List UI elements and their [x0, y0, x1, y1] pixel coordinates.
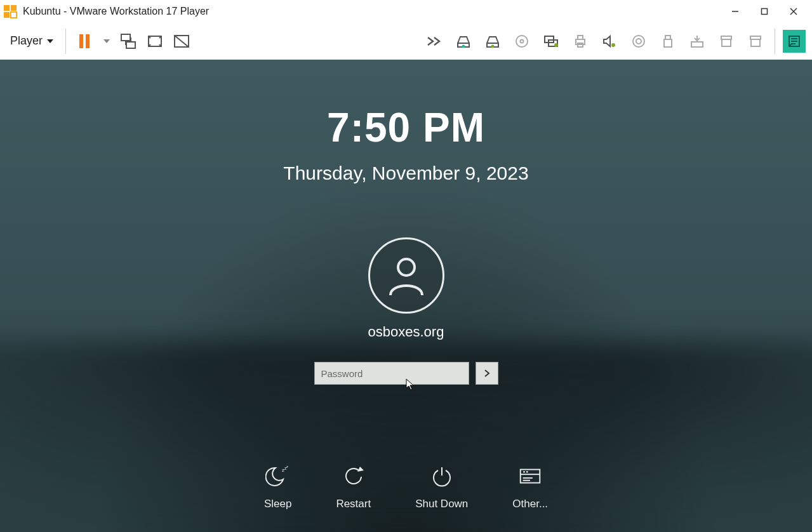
chevron-right-icon — [483, 369, 491, 378]
power-icon — [429, 464, 455, 489]
session-actions: z z z Sleep Restart — [0, 463, 812, 510]
svg-marker-8 — [47, 39, 53, 43]
message-log-button[interactable] — [783, 30, 806, 53]
svg-point-21 — [516, 36, 528, 47]
archive-2-icon[interactable] — [744, 30, 767, 53]
svg-text:z: z — [286, 465, 288, 469]
close-button[interactable] — [779, 1, 808, 22]
login-submit-button[interactable] — [476, 362, 498, 385]
toolbar-separator — [65, 29, 66, 54]
chevron-down-icon — [46, 37, 54, 45]
svg-point-43 — [398, 259, 415, 276]
install-tools-icon[interactable] — [686, 30, 709, 53]
svg-point-25 — [554, 43, 558, 47]
restart-icon — [341, 464, 366, 489]
network-adapter-icon[interactable] — [540, 30, 562, 53]
svg-point-30 — [633, 36, 644, 47]
svg-rect-34 — [691, 42, 703, 47]
player-menu-label: Player — [10, 34, 43, 48]
svg-point-22 — [521, 39, 524, 43]
other-label: Other... — [512, 498, 548, 510]
user-block: osboxes.org — [0, 237, 812, 385]
restart-label: Restart — [336, 498, 371, 510]
guest-display[interactable]: 7:50 PM Thursday, November 9, 2023 osbox… — [0, 60, 812, 532]
svg-rect-2 — [4, 12, 10, 18]
svg-rect-9 — [79, 34, 83, 48]
vmware-app-icon — [1, 3, 19, 20]
player-menu[interactable]: Player — [6, 32, 58, 50]
window-title: Kubuntu - VMware Workstation 17 Player — [23, 6, 209, 17]
send-ctrl-alt-del-button[interactable] — [117, 30, 140, 53]
avatar[interactable] — [368, 237, 444, 314]
svg-rect-3 — [11, 12, 17, 18]
cd-dvd-icon[interactable] — [510, 30, 533, 53]
unity-mode-button[interactable] — [170, 30, 193, 53]
pause-vm-button[interactable] — [74, 30, 97, 53]
clock-time: 7:50 PM — [0, 104, 812, 151]
toolbar-separator-right — [775, 29, 775, 54]
svg-rect-0 — [4, 5, 10, 11]
other-sessions-button[interactable]: Other... — [512, 463, 548, 510]
maximize-button[interactable] — [750, 1, 779, 22]
svg-point-52 — [526, 471, 528, 473]
sleep-button[interactable]: z z z Sleep — [264, 463, 291, 510]
window-titlebar: Kubuntu - VMware Workstation 17 Player — [0, 0, 812, 23]
vmware-toolbar: Player — [0, 23, 812, 60]
svg-rect-12 — [121, 34, 130, 41]
sleep-label: Sleep — [264, 498, 291, 510]
svg-point-31 — [636, 39, 641, 44]
fullscreen-button[interactable] — [143, 30, 166, 53]
other-icon — [517, 464, 543, 489]
svg-point-18 — [462, 44, 465, 48]
printer-icon[interactable] — [569, 30, 592, 53]
svg-line-16 — [175, 36, 189, 47]
svg-point-20 — [491, 44, 495, 48]
hard-disk-1-icon[interactable] — [452, 30, 475, 53]
user-icon — [384, 253, 429, 298]
clock-block: 7:50 PM Thursday, November 9, 2023 — [0, 104, 812, 184]
power-menu-dropdown[interactable] — [100, 30, 113, 53]
sleep-icon: z z z — [265, 464, 291, 489]
archive-1-icon[interactable] — [715, 30, 738, 53]
hard-disk-2-icon[interactable] — [481, 30, 504, 53]
svg-rect-5 — [762, 9, 768, 15]
usb-icon[interactable] — [656, 30, 679, 53]
svg-rect-36 — [722, 39, 731, 46]
svg-point-51 — [523, 471, 525, 473]
shutdown-label: Shut Down — [415, 498, 468, 510]
username-label: osboxes.org — [368, 324, 444, 340]
clock-date: Thursday, November 9, 2023 — [0, 163, 812, 184]
svg-rect-10 — [86, 34, 90, 48]
svg-rect-1 — [11, 5, 17, 11]
fast-forward-icon[interactable] — [423, 30, 446, 53]
minimize-button[interactable] — [721, 1, 750, 22]
svg-marker-11 — [103, 39, 110, 43]
svg-rect-27 — [578, 36, 583, 39]
svg-rect-13 — [126, 42, 135, 48]
svg-rect-33 — [664, 39, 672, 47]
restart-button[interactable]: Restart — [336, 463, 371, 510]
password-input[interactable] — [314, 362, 469, 385]
camera-icon[interactable] — [627, 30, 650, 53]
login-row — [314, 362, 498, 385]
svg-rect-38 — [751, 39, 760, 46]
svg-marker-47 — [357, 467, 364, 472]
shutdown-button[interactable]: Shut Down — [415, 463, 468, 510]
sound-icon[interactable] — [598, 30, 621, 53]
svg-point-29 — [611, 43, 615, 47]
